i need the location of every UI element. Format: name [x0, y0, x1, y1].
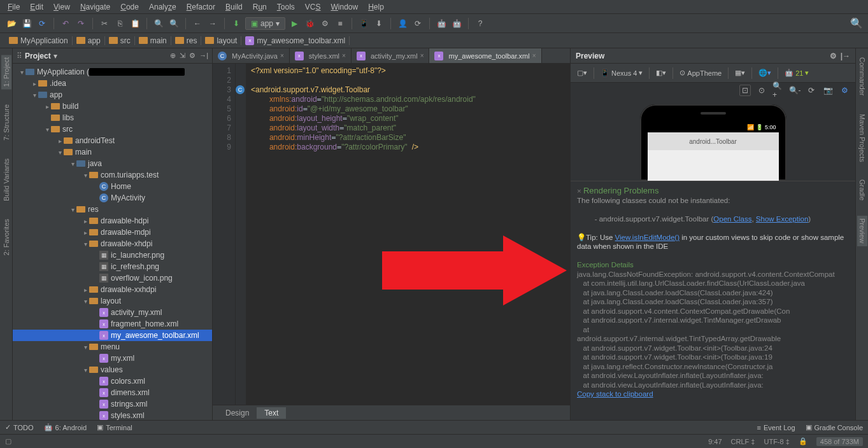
- run-config-selector[interactable]: ▣ app ▾: [245, 17, 285, 30]
- tree-root[interactable]: ▾MyApplication (: [13, 66, 212, 78]
- encoding[interactable]: UTF-8 ‡: [764, 438, 789, 445]
- tree-item[interactable]: ▾drawable-xhdpi: [13, 238, 212, 249]
- make-icon[interactable]: ⬇: [230, 17, 243, 30]
- tree-item[interactable]: ▦overflow_icon.png: [13, 272, 212, 284]
- tab-favorites[interactable]: 2: Favorites: [1, 216, 11, 258]
- settings-icon[interactable]: ⚙: [839, 85, 850, 96]
- avd-icon[interactable]: 📱: [357, 17, 370, 30]
- tab-project[interactable]: 1: Project: [1, 55, 11, 89]
- undo-icon[interactable]: ↶: [59, 17, 72, 30]
- help-icon[interactable]: ?: [474, 17, 487, 30]
- tree-item[interactable]: ▦ic_refresh.png: [13, 261, 212, 272]
- tree-item[interactable]: ▸.idea: [13, 78, 212, 89]
- close-icon[interactable]: ×: [420, 52, 424, 59]
- monitor-icon[interactable]: 👤: [396, 17, 409, 30]
- tree-item[interactable]: xfragment_home.xml: [13, 318, 212, 330]
- tree-item[interactable]: xcolors.xml: [13, 375, 212, 387]
- menu-refactor[interactable]: Refactor: [181, 3, 220, 11]
- zoom-actual-icon[interactable]: ⊙: [756, 85, 767, 96]
- target-icon[interactable]: ⊕: [170, 52, 176, 60]
- api-selector[interactable]: 🤖21▾: [782, 67, 811, 78]
- code-editor[interactable]: <?xml version="1.0" encoding="utf-8"?> <…: [246, 64, 570, 405]
- crumb-src[interactable]: src: [105, 36, 135, 45]
- menu-edit[interactable]: Edit: [25, 3, 48, 11]
- open-icon[interactable]: 📂: [5, 17, 18, 30]
- tree-item[interactable]: ▾src: [13, 123, 212, 135]
- forward-icon[interactable]: →: [206, 17, 219, 30]
- tree-item[interactable]: CMyActivity: [13, 192, 212, 204]
- tree-item[interactable]: libs: [13, 112, 212, 123]
- tab-myactivity[interactable]: CMyActivity.java×: [213, 48, 290, 63]
- close-icon[interactable]: ×: [342, 52, 346, 59]
- copy-stack-link[interactable]: Copy stack to clipboard: [577, 390, 653, 398]
- close-icon[interactable]: ×: [532, 52, 536, 59]
- activity-icon[interactable]: ▦▾: [732, 67, 748, 78]
- crumb-layout[interactable]: layout: [201, 36, 241, 45]
- back-icon[interactable]: ←: [191, 17, 204, 30]
- tab-terminal[interactable]: ▣ Terminal: [97, 423, 132, 431]
- tree-item[interactable]: ▸build: [13, 101, 212, 112]
- status-hide-icon[interactable]: ▢: [5, 437, 11, 445]
- attach-icon[interactable]: ⚙: [318, 17, 331, 30]
- project-tree[interactable]: ▾MyApplication ( ▸.idea ▾app ▸build libs…: [13, 64, 212, 420]
- zoom-in-icon[interactable]: 🔍+: [772, 85, 784, 96]
- zoom-fit-icon[interactable]: ⊡: [739, 85, 751, 96]
- open-class-link[interactable]: Open Class: [713, 215, 751, 223]
- collapse-icon[interactable]: ⇲: [180, 52, 185, 60]
- paste-icon[interactable]: 📋: [129, 17, 141, 30]
- text-tab[interactable]: Text: [257, 407, 286, 419]
- tree-item[interactable]: ▾layout: [13, 295, 212, 307]
- memory-indicator[interactable]: 458 of 733M: [816, 437, 863, 446]
- virtual-device-icon[interactable]: ▢▾: [574, 67, 590, 78]
- tab-toolbar-xml[interactable]: xmy_awesome_toolbar.xml×: [429, 48, 541, 63]
- hide-icon[interactable]: |→: [841, 52, 850, 60]
- tab-structure[interactable]: 7: Structure: [1, 102, 11, 143]
- tree-item[interactable]: ▸drawable-xxhdpi: [13, 284, 212, 295]
- lock-icon[interactable]: 🔒: [799, 437, 808, 445]
- crumb-res[interactable]: res: [171, 36, 202, 45]
- tree-item[interactable]: xmy.xml: [13, 353, 212, 364]
- close-icon[interactable]: ×: [577, 187, 583, 195]
- tree-item[interactable]: ▾app: [13, 89, 212, 101]
- iseditmode-link[interactable]: View.isInEditMode(): [615, 234, 679, 241]
- theme-selector[interactable]: ⊙AppTheme: [677, 67, 724, 78]
- tree-item[interactable]: ▾menu: [13, 341, 212, 353]
- tree-item[interactable]: ▾com.turiapps.test: [13, 169, 212, 181]
- tab-event-log[interactable]: ≡ Event Log: [757, 423, 795, 431]
- tree-item[interactable]: ▸androidTest: [13, 135, 212, 146]
- find-icon[interactable]: 🔍: [152, 17, 165, 30]
- menu-view[interactable]: View: [48, 3, 75, 11]
- locale-icon[interactable]: 🌐▾: [756, 67, 774, 78]
- refresh-icon[interactable]: ⟳: [806, 85, 817, 96]
- tab-gradle-console[interactable]: ▣ Gradle Console: [806, 423, 863, 431]
- tree-item[interactable]: xactivity_my.xml: [13, 307, 212, 318]
- chevron-down-icon[interactable]: ▾: [53, 52, 57, 60]
- zoom-out-icon[interactable]: 🔍-: [789, 85, 800, 96]
- replace-icon[interactable]: 🔍: [167, 17, 180, 30]
- tree-item[interactable]: ▸drawable-mdpi: [13, 227, 212, 238]
- show-exception-link[interactable]: Show Exception: [756, 215, 808, 223]
- menu-navigate[interactable]: Navigate: [75, 3, 115, 11]
- tree-item[interactable]: ▾values: [13, 364, 212, 375]
- redo-icon[interactable]: ↷: [75, 17, 87, 30]
- gear-icon[interactable]: ⚙: [189, 52, 196, 60]
- render-problems[interactable]: × Rendering Problems The following class…: [571, 181, 855, 420]
- menu-tools[interactable]: Tools: [272, 3, 300, 11]
- search-everywhere-icon[interactable]: 🔍: [850, 17, 863, 29]
- panel-grip-icon[interactable]: ⠿: [17, 52, 22, 60]
- screenshot-icon[interactable]: 📷: [822, 85, 834, 96]
- line-separator[interactable]: CRLF ‡: [731, 438, 755, 445]
- orientation-icon[interactable]: ◧▾: [653, 67, 669, 78]
- menu-window[interactable]: Window: [325, 3, 363, 11]
- menu-analyze[interactable]: Analyze: [144, 3, 181, 11]
- menu-vcs[interactable]: VCS: [300, 3, 326, 11]
- tab-styles[interactable]: xstyles.xml×: [290, 48, 352, 63]
- menu-file[interactable]: File: [3, 3, 25, 11]
- hide-icon[interactable]: →|: [199, 52, 208, 60]
- tab-gradle[interactable]: Gradle: [857, 177, 867, 203]
- design-tab[interactable]: Design: [218, 407, 257, 419]
- run-icon[interactable]: ▶: [288, 17, 301, 30]
- crumb-main[interactable]: main: [135, 36, 171, 45]
- save-icon[interactable]: 💾: [20, 17, 33, 30]
- gear-icon[interactable]: ⚙: [830, 52, 837, 60]
